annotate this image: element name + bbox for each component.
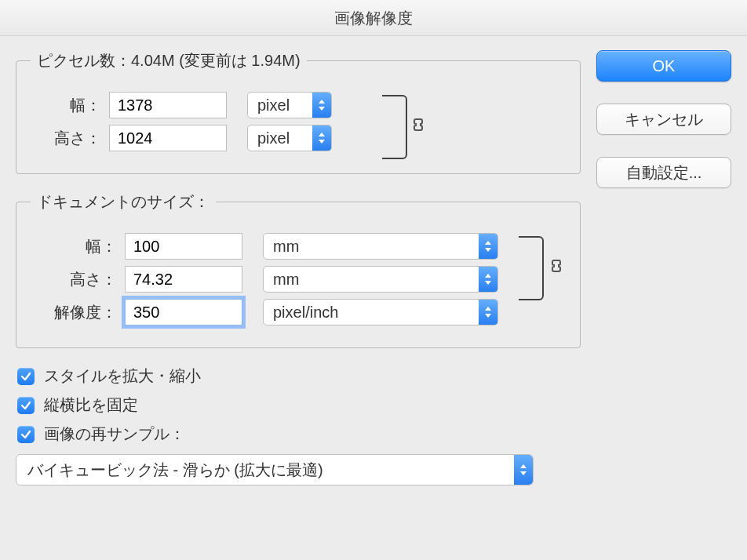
doc-height-unit-select[interactable]: mm — [263, 266, 498, 293]
checkmark-icon — [17, 426, 35, 443]
chain-link-icon — [550, 258, 563, 278]
constrain-proportions-checkbox[interactable]: 縦横比を固定 — [17, 395, 581, 416]
resolution-label: 解像度： — [31, 302, 117, 323]
stepper-arrows-icon — [479, 267, 497, 292]
doc-height-input[interactable] — [125, 266, 242, 293]
px-width-unit-select[interactable]: pixel — [247, 92, 332, 118]
link-bracket-icon — [519, 236, 544, 300]
doc-width-unit-label: mm — [264, 238, 479, 256]
stepper-arrows-icon — [312, 93, 331, 118]
resample-image-label: 画像の再サンプル： — [44, 424, 185, 445]
resolution-input[interactable] — [125, 299, 242, 325]
chain-link-icon — [412, 117, 425, 136]
constrain-proportions-label: 縦横比を固定 — [44, 395, 138, 416]
pixel-dimensions-group: ピクセル数：4.04M (変更前は 1.94M) 幅： pixel 高さ： — [16, 50, 581, 174]
scale-styles-checkbox[interactable]: スタイルを拡大・縮小 — [17, 365, 581, 387]
resample-image-checkbox[interactable]: 画像の再サンプル： — [17, 424, 581, 445]
stepper-arrows-icon — [514, 455, 533, 485]
image-size-dialog: 画像解像度 ピクセル数：4.04M (変更前は 1.94M) 幅： pixel — [0, 0, 747, 560]
px-height-unit-select[interactable]: pixel — [247, 125, 332, 151]
px-width-unit-label: pixel — [248, 96, 312, 115]
checkmark-icon — [17, 368, 35, 385]
resample-method-label: バイキュービック法 - 滑らか (拡大に最適) — [16, 460, 514, 481]
scale-styles-label: スタイルを拡大・縮小 — [44, 365, 201, 387]
stepper-arrows-icon — [479, 300, 497, 325]
px-height-label: 高さ： — [31, 128, 101, 149]
ok-button[interactable]: OK — [596, 50, 731, 82]
resample-method-select[interactable]: バイキュービック法 - 滑らか (拡大に最適) — [16, 454, 534, 485]
checkmark-icon — [17, 397, 35, 414]
resolution-unit-select[interactable]: pixel/inch — [263, 299, 498, 325]
doc-width-label: 幅： — [31, 236, 117, 257]
stepper-arrows-icon — [312, 125, 331, 151]
link-bracket-icon — [382, 95, 407, 159]
doc-width-unit-select[interactable]: mm — [263, 233, 498, 260]
dialog-title: 画像解像度 — [0, 0, 747, 36]
px-height-unit-label: pixel — [248, 129, 312, 147]
document-size-legend: ドキュメントのサイズ： — [31, 191, 216, 213]
px-height-input[interactable] — [109, 125, 227, 151]
px-width-label: 幅： — [31, 95, 101, 116]
pixel-dimensions-legend: ピクセル数：4.04M (変更前は 1.94M) — [31, 50, 307, 71]
px-width-input[interactable] — [109, 92, 227, 118]
document-size-group: ドキュメントのサイズ： 幅： mm 高さ： — [16, 191, 581, 348]
doc-height-label: 高さ： — [31, 269, 117, 290]
auto-button[interactable]: 自動設定... — [596, 157, 731, 188]
stepper-arrows-icon — [479, 234, 497, 259]
doc-width-input[interactable] — [125, 233, 242, 260]
doc-height-unit-label: mm — [264, 271, 479, 289]
resolution-unit-label: pixel/inch — [264, 304, 479, 322]
cancel-button[interactable]: キャンセル — [596, 104, 731, 135]
